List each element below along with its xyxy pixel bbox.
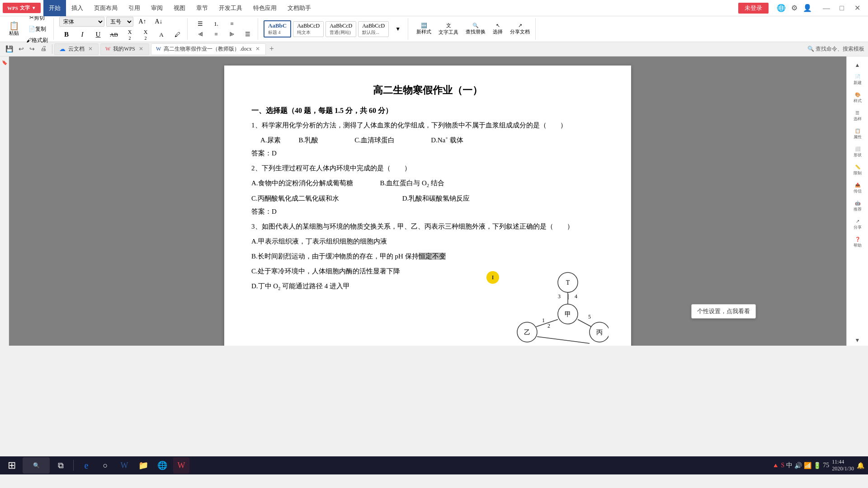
transfer-button[interactable]: 📤 传信 bbox=[848, 180, 868, 197]
scroll-down-icon[interactable]: ▼ bbox=[853, 335, 862, 346]
tab-active-doc[interactable]: W 高二生物寒假作业一（教师版）.docx ✕ bbox=[151, 43, 266, 55]
multilevel-button[interactable]: ≡ bbox=[225, 19, 239, 28]
wifi-icon[interactable]: 📶 bbox=[804, 462, 811, 469]
more-styles-button[interactable]: ▼ bbox=[391, 25, 405, 33]
copy-button[interactable]: 📄 复制 bbox=[24, 24, 51, 34]
tooltip[interactable]: 个性设置，点我看看 bbox=[691, 304, 756, 319]
underline-button[interactable]: U bbox=[91, 30, 105, 39]
edge-button[interactable]: e bbox=[78, 457, 94, 474]
tab-mywps-close[interactable]: ✕ bbox=[138, 46, 144, 52]
menu-chapter[interactable]: 章节 bbox=[191, 0, 213, 16]
maximize-button[interactable]: □ bbox=[835, 2, 848, 14]
browser-icon[interactable]: 🌐 bbox=[775, 3, 788, 13]
font-family-select[interactable]: 宋体 bbox=[59, 17, 104, 27]
paste-button[interactable]: 📋 粘贴 bbox=[6, 21, 22, 38]
svg-text:T: T bbox=[566, 279, 570, 286]
help-button[interactable]: ❓ 帮助 bbox=[848, 234, 868, 251]
redo-button[interactable]: ↪ bbox=[28, 44, 37, 54]
menu-help[interactable]: 文档助手 bbox=[282, 0, 316, 16]
tab-add-button[interactable]: + bbox=[268, 44, 276, 54]
tab-cloud-close[interactable]: ✕ bbox=[87, 46, 94, 52]
menu-dev[interactable]: 开发工具 bbox=[213, 0, 248, 16]
tab-mywps[interactable]: W 我的WPS ✕ bbox=[100, 43, 149, 55]
select-button[interactable]: ↖ 选择 bbox=[490, 22, 505, 36]
menu-start[interactable]: 开始 bbox=[43, 0, 66, 16]
sound-icon[interactable]: 🔊 bbox=[794, 462, 802, 469]
new-doc-button[interactable]: 📄 新建 bbox=[848, 71, 868, 89]
browser-taskbar-button[interactable]: 🌐 bbox=[154, 457, 170, 474]
menu-refs[interactable]: 引用 bbox=[123, 0, 146, 16]
new-style-button[interactable]: 🆕 新样式 bbox=[414, 22, 434, 36]
sys-tray: 🔺 S 中 🔊 📶 🔋 75 bbox=[772, 461, 830, 469]
font-shrink-button[interactable]: A↓ bbox=[151, 17, 166, 26]
ime-icon[interactable]: 中 bbox=[786, 461, 793, 469]
network-icon[interactable]: 🔺 bbox=[772, 462, 779, 469]
strikethrough-button[interactable]: AB bbox=[107, 30, 121, 39]
undo-button[interactable]: ↩ bbox=[17, 44, 26, 54]
wps-taskbar-button[interactable]: W bbox=[116, 457, 132, 474]
format-painter-button[interactable]: 🖌 格式刷 bbox=[24, 36, 51, 45]
select-panel-button[interactable]: ☰ 选样 bbox=[848, 108, 868, 125]
font-color-button[interactable]: A bbox=[154, 30, 169, 39]
notification-icon[interactable]: 🔔 bbox=[857, 462, 864, 469]
subscript-button[interactable]: X2 bbox=[138, 28, 153, 42]
share-button[interactable]: ↗ 分享文档 bbox=[507, 22, 533, 36]
highlight-button[interactable]: 🖊 bbox=[170, 30, 184, 39]
wps-tray-icon[interactable]: S bbox=[781, 462, 785, 469]
shape-button[interactable]: ⬜ 形状 bbox=[848, 144, 868, 161]
wps-logo-text: WPS bbox=[7, 5, 18, 11]
file-manager-button[interactable]: 📁 bbox=[135, 457, 151, 474]
login-button[interactable]: 未登录 bbox=[738, 3, 769, 14]
italic-button[interactable]: I bbox=[75, 30, 90, 39]
wps-logo-dropdown[interactable]: ▼ bbox=[32, 5, 36, 10]
align-right-button[interactable]: ⫸ bbox=[225, 30, 239, 39]
account-icon[interactable]: 👤 bbox=[801, 3, 814, 13]
style-default[interactable]: AaBbCcD 默认段... bbox=[358, 21, 389, 37]
font-size-select[interactable]: 五号 bbox=[106, 17, 133, 27]
menu-insert[interactable]: 插入 bbox=[66, 0, 89, 16]
font-grow-button[interactable]: A↑ bbox=[135, 17, 150, 26]
share-panel-button[interactable]: ↗ 分享 bbox=[848, 216, 868, 233]
style-plain[interactable]: AaBbCcD 纯文本 bbox=[293, 21, 324, 37]
task-view-button[interactable]: ⧉ bbox=[52, 457, 69, 474]
search-cmd-button[interactable]: 🔍 查找命令、搜索模板 bbox=[807, 45, 864, 53]
menu-view[interactable]: 视图 bbox=[168, 0, 191, 16]
scroll-up-icon[interactable]: ▲ bbox=[853, 60, 862, 70]
menu-layout[interactable]: 页面布局 bbox=[89, 0, 123, 16]
numbering-button[interactable]: 1. bbox=[209, 19, 223, 28]
style-panel-button[interactable]: 🎨 样式 bbox=[848, 89, 868, 107]
bold-button[interactable]: B bbox=[59, 30, 74, 39]
minimize-button[interactable]: — bbox=[820, 2, 833, 14]
start-button[interactable]: ⊞ bbox=[4, 457, 20, 474]
print-button[interactable]: 🖨 bbox=[38, 44, 48, 54]
cortana-button[interactable]: ○ bbox=[97, 457, 113, 474]
transfer-label: 传信 bbox=[854, 188, 862, 194]
wps-logo[interactable]: WPS 文字 ▼ bbox=[3, 3, 41, 13]
search-taskbar-button[interactable]: 🔍 bbox=[23, 457, 50, 474]
menu-review[interactable]: 审阅 bbox=[146, 0, 168, 16]
tab-active-close[interactable]: ✕ bbox=[255, 46, 261, 52]
find-replace-button[interactable]: 🔍 查找替换 bbox=[463, 22, 488, 36]
document-area[interactable]: 高二生物寒假作业（一） 一、选择题（40 题，每题 1.5 分，共 60 分） … bbox=[9, 56, 846, 346]
style-normal-web[interactable]: AaBbCcD 普通(网站) bbox=[326, 21, 356, 37]
time-display: 11:44 2020/1/30 bbox=[832, 459, 854, 472]
justify-button[interactable]: ☰ bbox=[241, 30, 255, 39]
align-center-button[interactable]: ≡ bbox=[209, 30, 223, 39]
limit-button[interactable]: 📏 限制 bbox=[848, 162, 868, 179]
save-qa-button[interactable]: 💾 bbox=[4, 44, 15, 54]
menu-features[interactable]: 特色应用 bbox=[248, 0, 282, 16]
text-cursor: I bbox=[486, 271, 499, 284]
settings-icon[interactable]: ⚙ bbox=[789, 3, 799, 13]
wps-taskbar2-button[interactable]: W bbox=[173, 457, 189, 474]
text-tool-button[interactable]: 文 文字工具 bbox=[436, 21, 461, 37]
align-left-button[interactable]: ⫷ bbox=[193, 30, 208, 39]
superscript-button[interactable]: X2 bbox=[123, 28, 137, 42]
tab-cloud[interactable]: ☁ 云文档 ✕ bbox=[54, 43, 99, 55]
recommend-button[interactable]: 🤖 推荐 bbox=[848, 198, 868, 215]
svg-text:2: 2 bbox=[547, 323, 550, 329]
properties-button[interactable]: 📋 属性 bbox=[848, 126, 868, 143]
style-heading4[interactable]: AaBbC 标题 4 bbox=[264, 20, 291, 38]
close-button[interactable]: ✕ bbox=[851, 2, 863, 14]
battery-icon[interactable]: 🔋 bbox=[813, 462, 821, 469]
bullets-button[interactable]: ☰ bbox=[193, 19, 208, 28]
